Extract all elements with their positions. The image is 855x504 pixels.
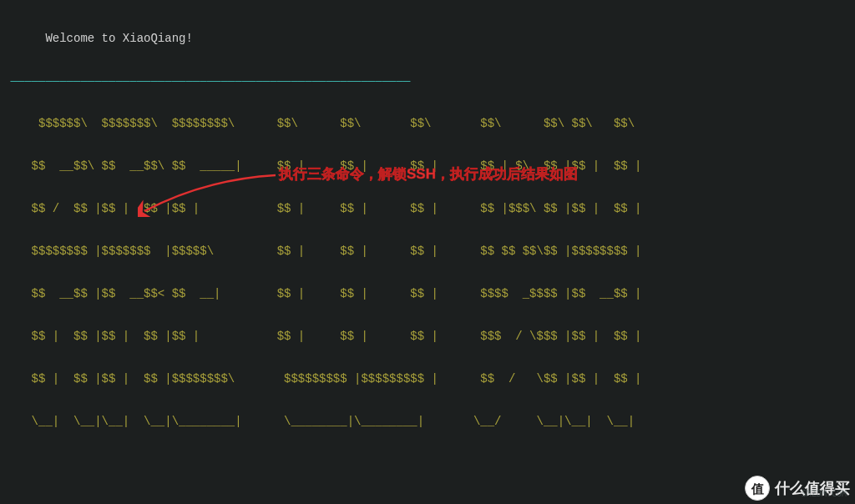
divider-line: ————————————————————————————————————————… bbox=[0, 74, 855, 88]
ascii-art-row: $$ | $$ |$$ | $$ |$$ | $$ | $$ | $$ | $$… bbox=[0, 330, 855, 344]
blank-line bbox=[0, 500, 855, 504]
ascii-art-row: $$ __$$ |$$ __$$< $$ __| $$ | $$ | $$ | … bbox=[0, 287, 855, 301]
ascii-art-row: $$ | $$ |$$ | $$ |$$$$$$$$\ $$$$$$$$$ |$… bbox=[0, 372, 855, 386]
ascii-art-row: \__| \__|\__| \__|\________| \________|\… bbox=[0, 415, 855, 429]
watermark-badge-icon: 值 bbox=[745, 476, 770, 501]
ascii-art-row: $$$$$$$$ |$$$$$$$ |$$$$$\ $$ | $$ | $$ |… bbox=[0, 244, 855, 259]
ascii-art-row: $$$$$$\ $$$$$$$\ $$$$$$$$\ $$\ $$\ $$\ $… bbox=[0, 117, 855, 131]
blank-line bbox=[0, 457, 855, 471]
annotation-label: 执行三条命令，解锁SSH，执行成功后结果如图 bbox=[279, 167, 578, 181]
watermark-url: SMZDM.COM bbox=[802, 486, 847, 501]
terminal-output[interactable]: Welcome to XiaoQiang! ——————————————————… bbox=[0, 0, 855, 504]
ascii-art-row: $$ / $$ |$$ | $$ |$$ | $$ | $$ | $$ | $$… bbox=[0, 202, 855, 216]
welcome-line: Welcome to XiaoQiang! bbox=[0, 32, 855, 46]
